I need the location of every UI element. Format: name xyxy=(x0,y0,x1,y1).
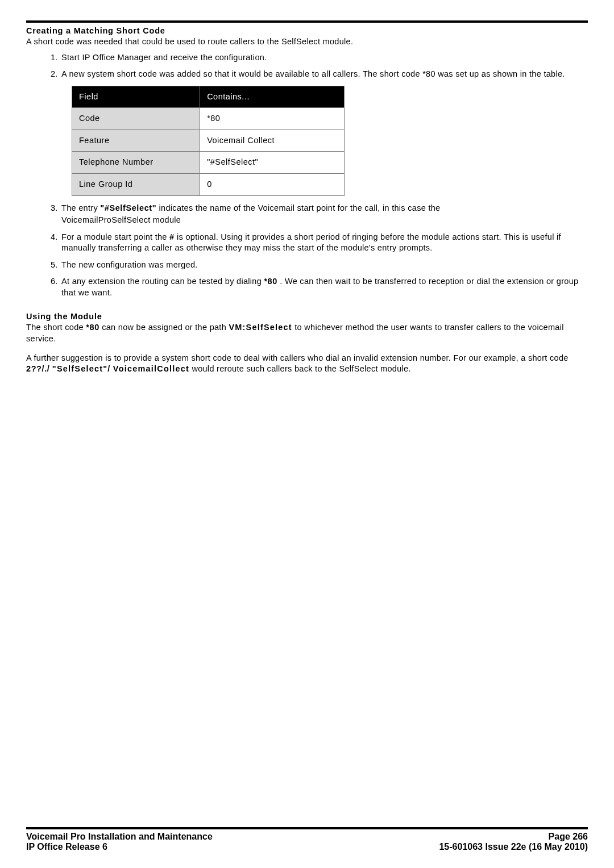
page-footer: Voicemail Pro Installation and Maintenan… xyxy=(26,827,588,852)
row-telephone-label: Telephone Number xyxy=(72,152,200,174)
using-p2: A further suggestion is to provide a sys… xyxy=(26,353,588,375)
step-5: The new configuration was merged. xyxy=(60,260,588,271)
footer-left-2: IP Office Release 6 xyxy=(26,842,107,852)
section-heading-using: Using the Module xyxy=(26,312,588,321)
shortcode-table: Field Contains... Code *80 Feature Voice… xyxy=(72,86,345,196)
row-feature-label: Feature xyxy=(72,130,200,152)
footer-left-1: Voicemail Pro Installation and Maintenan… xyxy=(26,832,213,842)
row-feature-value: Voicemail Collect xyxy=(200,130,345,152)
row-code-label: Code xyxy=(72,108,200,130)
step-6: At any extension the routing can be test… xyxy=(60,276,588,298)
row-linegroup-label: Line Group Id xyxy=(72,173,200,195)
step-3: The entry "#SelfSelect" indicates the na… xyxy=(60,203,588,226)
steps-list: Start IP Office Manager and receive the … xyxy=(26,52,588,299)
step-1: Start IP Office Manager and receive the … xyxy=(60,52,588,64)
step-2: A new system short code was added so tha… xyxy=(60,69,588,195)
section-heading-shortcode: Creating a Matching Short Code xyxy=(26,26,588,35)
using-p1: The short code *80 can now be assigned o… xyxy=(26,322,588,344)
th-contains: Contains... xyxy=(200,86,345,108)
row-linegroup-value: 0 xyxy=(200,173,345,195)
row-code-value: *80 xyxy=(200,108,345,130)
footer-right-1: Page 266 xyxy=(549,832,588,842)
th-field: Field xyxy=(72,86,200,108)
footer-right-2: 15-601063 Issue 22e (16 May 2010) xyxy=(439,842,588,852)
step-4: For a module start point the # is option… xyxy=(60,232,588,254)
section-intro: A short code was needed that could be us… xyxy=(26,36,588,48)
row-telephone-value: "#SelfSelect" xyxy=(200,152,345,174)
